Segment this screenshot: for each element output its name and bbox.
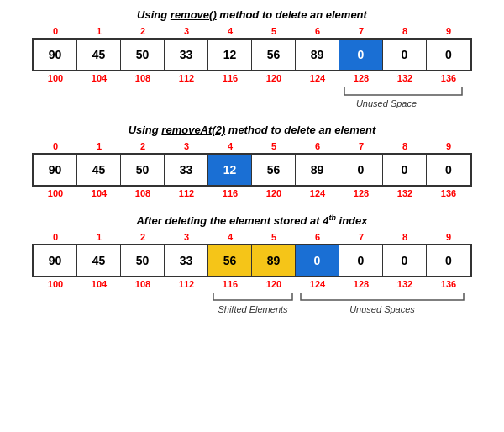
cell-2-7: 0 <box>339 155 383 185</box>
unused-label-3: Unused Spaces <box>349 304 415 314</box>
addr-3-9: 136 <box>427 279 470 289</box>
indices-row-3: 0 1 2 3 4 5 6 7 8 9 <box>34 232 470 242</box>
cell-2-3: 33 <box>165 155 208 185</box>
cell-3-0: 90 <box>34 245 77 276</box>
idx3-6: 6 <box>296 232 339 242</box>
cell-2-9: 0 <box>427 155 470 185</box>
unused-label-1: Unused Space <box>356 98 417 108</box>
cells-row-1: 90 45 50 33 12 56 89 0 0 0 <box>32 38 472 71</box>
addr-3-2: 108 <box>121 279 165 289</box>
cell-2-4: 12 <box>208 155 252 185</box>
cell-1-1: 45 <box>77 40 121 70</box>
addresses-row-2: 100 104 108 112 116 120 124 128 132 136 <box>34 188 470 198</box>
addr-1-2: 108 <box>121 73 165 83</box>
addr-3-4: 116 <box>208 279 252 289</box>
section-1: Using remove() method to delete an eleme… <box>8 8 496 108</box>
idx3-9: 9 <box>427 232 470 242</box>
idx3-2: 2 <box>121 232 165 242</box>
idx2-4: 4 <box>208 141 252 151</box>
cell-3-7: 0 <box>339 245 383 276</box>
idx3-7: 7 <box>339 232 383 242</box>
idx3-3: 3 <box>165 232 208 242</box>
addr-2-1: 104 <box>77 188 121 198</box>
cell-3-5: 89 <box>252 245 296 276</box>
cell-1-2: 50 <box>121 40 165 70</box>
section-3-title: After deleting the element stored at 4th… <box>8 213 496 227</box>
cells-row-2: 90 45 50 33 12 56 89 0 0 0 <box>32 153 472 187</box>
cell-1-7: 0 <box>339 40 383 70</box>
cell-3-1: 45 <box>77 245 121 276</box>
idx2-3: 3 <box>165 141 208 151</box>
idx2-9: 9 <box>427 141 470 151</box>
addr-1-7: 128 <box>339 73 383 83</box>
cell-2-5: 56 <box>252 155 296 185</box>
idx2-5: 5 <box>252 141 296 151</box>
cell-3-2: 50 <box>121 245 165 276</box>
addr-1-4: 116 <box>208 73 252 83</box>
addr-3-7: 128 <box>339 279 383 289</box>
idx-5: 5 <box>252 26 296 36</box>
cell-3-3: 33 <box>165 245 208 276</box>
addr-1-3: 112 <box>165 73 208 83</box>
addr-2-9: 136 <box>427 188 470 198</box>
cell-1-0: 90 <box>34 40 77 70</box>
addr-1-6: 124 <box>296 73 339 83</box>
unused-bracket-1: Unused Space <box>34 83 470 108</box>
idx-0: 0 <box>34 26 77 36</box>
section-1-title: Using remove() method to delete an eleme… <box>8 8 496 21</box>
indices-row-2: 0 1 2 3 4 5 6 7 8 9 <box>34 141 470 151</box>
addr-3-1: 104 <box>77 279 121 289</box>
addr-1-1: 104 <box>77 73 121 83</box>
cells-row-3: 90 45 50 33 56 89 0 0 0 0 <box>32 244 472 277</box>
cell-2-2: 50 <box>121 155 165 185</box>
addr-3-0: 100 <box>34 279 77 289</box>
cell-2-1: 45 <box>77 155 121 185</box>
cell-2-6: 89 <box>296 155 339 185</box>
idx3-5: 5 <box>252 232 296 242</box>
addr-2-5: 120 <box>252 188 296 198</box>
array-2: 0 1 2 3 4 5 6 7 8 9 90 45 50 33 12 56 89… <box>8 141 496 198</box>
superscript-th: th <box>328 213 336 222</box>
addr-1-0: 100 <box>34 73 77 83</box>
addr-1-5: 120 <box>252 73 296 83</box>
addr-3-5: 120 <box>252 279 296 289</box>
addr-wrapper-1: 100 104 108 112 116 120 124 128 132 136 … <box>34 71 470 108</box>
addr-2-6: 124 <box>296 188 339 198</box>
idx2-1: 1 <box>77 141 121 151</box>
annotation-brackets-3: Shifted Elements Unused Spaces <box>34 289 470 323</box>
method-name-2: removeAt(2) <box>161 124 225 136</box>
idx3-4: 4 <box>208 232 252 242</box>
addr-2-8: 132 <box>383 188 427 198</box>
addr-3-6: 124 <box>296 279 339 289</box>
idx-9: 9 <box>427 26 470 36</box>
cell-1-3: 33 <box>165 40 208 70</box>
addr-2-4: 116 <box>208 188 252 198</box>
cell-3-6: 0 <box>296 245 339 276</box>
cell-1-6: 89 <box>296 40 339 70</box>
addr-3-8: 132 <box>383 279 427 289</box>
array-3: 0 1 2 3 4 5 6 7 8 9 90 45 50 33 56 89 0 … <box>8 232 496 323</box>
cell-2-8: 0 <box>383 155 427 185</box>
cell-3-4: 56 <box>208 245 252 276</box>
addr-wrapper-3: 100 104 108 112 116 120 124 128 132 136 … <box>34 277 470 323</box>
cell-3-9: 0 <box>427 245 470 276</box>
idx-1: 1 <box>77 26 121 36</box>
addresses-row-3: 100 104 108 112 116 120 124 128 132 136 <box>34 279 470 289</box>
addr-2-7: 128 <box>339 188 383 198</box>
addr-3-3: 112 <box>165 279 208 289</box>
idx2-2: 2 <box>121 141 165 151</box>
cell-1-4: 12 <box>208 40 252 70</box>
cell-3-8: 0 <box>383 245 427 276</box>
idx2-7: 7 <box>339 141 383 151</box>
cell-2-0: 90 <box>34 155 77 185</box>
idx2-6: 6 <box>296 141 339 151</box>
idx2-0: 0 <box>34 141 77 151</box>
addr-1-9: 136 <box>427 73 470 83</box>
idx-6: 6 <box>296 26 339 36</box>
section-2: Using removeAt(2) method to delete an el… <box>8 124 496 198</box>
cell-1-9: 0 <box>427 40 470 70</box>
idx2-8: 8 <box>383 141 427 151</box>
idx-7: 7 <box>339 26 383 36</box>
idx-8: 8 <box>383 26 427 36</box>
shifted-label: Shifted Elements <box>218 304 288 314</box>
